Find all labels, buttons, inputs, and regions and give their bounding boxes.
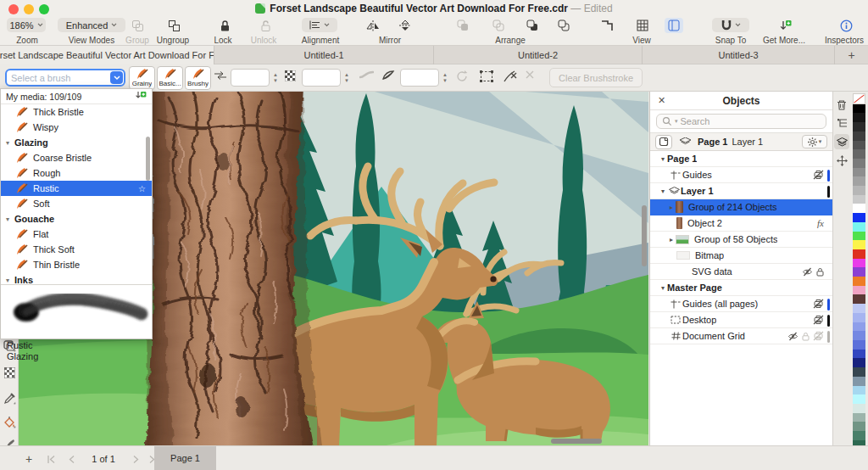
objects-inspector-icon[interactable] [834, 134, 849, 149]
import-media-icon[interactable] [135, 91, 147, 102]
expander-icon[interactable]: ▸ [667, 236, 676, 243]
color-swatch-35[interactable] [853, 413, 865, 422]
color-swatch-29[interactable] [853, 358, 865, 367]
color-swatch-18[interactable] [853, 259, 865, 268]
color-swatch-9[interactable] [853, 176, 865, 186]
pattern-fill-tool-icon[interactable] [2, 365, 17, 380]
clear-brushstroke-button[interactable]: Clear Brushstroke [549, 68, 643, 87]
color-swatch-17[interactable] [853, 249, 865, 259]
favorite-star-icon[interactable]: ☆ [138, 184, 146, 193]
mirror-vertical-icon[interactable] [397, 18, 414, 33]
vertical-scrollbar[interactable] [642, 205, 647, 266]
brush-preset-basic[interactable]: Basic... [157, 66, 183, 90]
chevron-down-icon[interactable]: ▾ [6, 139, 9, 147]
to-front-icon[interactable] [454, 18, 471, 33]
marquee-select-icon[interactable] [480, 70, 493, 82]
lock-icon[interactable] [802, 332, 810, 341]
snap-to-dropdown[interactable] [712, 18, 749, 32]
color-swatch-36[interactable] [853, 422, 865, 431]
new-document-tab-button[interactable]: + [835, 46, 868, 64]
page-tab[interactable]: Page 1 [154, 446, 216, 470]
layer-color-bar[interactable] [827, 170, 831, 182]
color-swatch-19[interactable] [853, 267, 865, 277]
brush-size-stepper[interactable]: ▲▼ [271, 69, 280, 87]
search-scope-chevron-icon[interactable]: ▾ [675, 118, 678, 125]
color-swatch-14[interactable] [853, 222, 865, 232]
color-swatch-15[interactable] [853, 232, 865, 241]
color-swatch-12[interactable] [853, 204, 865, 213]
expander-icon[interactable]: ▾ [659, 187, 667, 195]
brush-item-rough[interactable]: Rough [1, 165, 152, 181]
object-row-page-1[interactable]: ▾Page 1 [650, 151, 832, 167]
object-row-group-of-58-objects[interactable]: ▸Group of 58 Objects [650, 232, 832, 248]
color-swatch-24[interactable] [853, 313, 865, 322]
feather-input[interactable] [400, 69, 439, 87]
panel-view-icon[interactable] [665, 18, 683, 33]
print-off-icon[interactable] [813, 170, 824, 180]
color-swatch-30[interactable] [853, 367, 865, 377]
document-tab-1[interactable]: Forset Landscape Beautiful Vector Art Do… [0, 46, 214, 64]
object-row-object-2[interactable]: Object 2fx [650, 215, 832, 232]
color-swatch-7[interactable] [853, 159, 865, 168]
object-row-desktop[interactable]: Desktop [650, 312, 832, 328]
object-row-group-of-214-objects[interactable]: ▸Group of 214 Objects [650, 199, 832, 215]
color-swatch-23[interactable] [853, 304, 865, 313]
color-swatch-11[interactable] [853, 195, 865, 204]
chevron-down-icon[interactable] [110, 71, 123, 84]
color-swatch-1[interactable] [853, 104, 865, 114]
color-swatch-13[interactable] [853, 213, 865, 222]
forward-one-icon[interactable] [490, 18, 507, 33]
zoom-level-dropdown[interactable]: 186% [7, 18, 46, 32]
horizontal-scrollbar[interactable] [551, 439, 602, 444]
color-swatch-25[interactable] [853, 322, 865, 332]
brush-item-thick-soft[interactable]: Thick Soft [1, 242, 152, 257]
object-row-master-page[interactable]: ▾Master Page [650, 280, 832, 296]
brush-item-thin-bristle[interactable]: Thin Bristle [1, 257, 152, 272]
object-row-guides[interactable]: Guides [650, 167, 832, 183]
color-swatch-20[interactable] [853, 277, 865, 286]
no-color-swatch[interactable] [853, 93, 865, 104]
brush-size-input[interactable] [231, 69, 270, 87]
view-mode-dropdown[interactable]: Enhanced [58, 18, 125, 32]
color-swatch-21[interactable] [853, 286, 865, 295]
transparency-input[interactable] [302, 69, 341, 87]
color-swatch-4[interactable] [853, 131, 865, 141]
brush-preset-brushy[interactable]: Brushy [185, 66, 211, 90]
object-row-svg-data[interactable]: SVG data [650, 264, 832, 280]
print-off-icon[interactable] [813, 315, 824, 325]
previous-page-icon[interactable] [64, 452, 78, 466]
pick-brushstroke-icon[interactable] [504, 70, 517, 82]
mirror-horizontal-icon[interactable] [364, 18, 381, 33]
eye-off-icon[interactable] [787, 332, 798, 341]
close-icon[interactable]: ✕ [658, 95, 665, 106]
page-sorter-icon[interactable] [598, 18, 615, 33]
color-swatch-2[interactable] [853, 113, 865, 122]
color-swatch-10[interactable] [853, 186, 865, 195]
lock-icon[interactable] [816, 267, 824, 277]
brush-item-coarse-bristle[interactable]: Coarse Bristle [1, 150, 152, 165]
brush-list-scrollbar[interactable] [146, 137, 150, 181]
brush-group-inks[interactable]: ▾Inks [1, 272, 152, 284]
hierarchy-inspector-icon[interactable] [834, 115, 849, 131]
color-swatch-34[interactable] [853, 404, 865, 413]
feather-icon[interactable] [381, 70, 395, 81]
trash-inspector-icon[interactable] [834, 97, 849, 112]
brush-preset-grainy[interactable]: Grainy [129, 66, 155, 90]
object-row-layer-1[interactable]: ▾Layer 1 [650, 183, 832, 199]
object-row-guides--all-pages-[interactable]: Guides (all pages) [650, 296, 832, 312]
remove-brushstroke-icon[interactable] [524, 70, 536, 81]
backward-one-icon[interactable] [524, 18, 541, 33]
object-row-document-grid[interactable]: Document Grid [650, 328, 832, 344]
color-swatch-16[interactable] [853, 240, 865, 249]
color-swatch-22[interactable] [853, 294, 865, 304]
brush-item-rustic[interactable]: Rustic☆ [1, 181, 152, 196]
effects-icon[interactable]: fx [817, 218, 824, 228]
next-page-icon[interactable] [129, 452, 142, 466]
inspectors-icon[interactable] [837, 18, 854, 33]
position-inspector-icon[interactable] [834, 153, 849, 168]
grid-view-icon[interactable] [634, 18, 651, 33]
to-back-icon[interactable] [555, 18, 572, 33]
search-field[interactable]: ▾ Search [656, 114, 826, 129]
feather-stepper[interactable]: ▲▼ [441, 69, 449, 87]
layer-color-bar[interactable] [827, 331, 831, 343]
